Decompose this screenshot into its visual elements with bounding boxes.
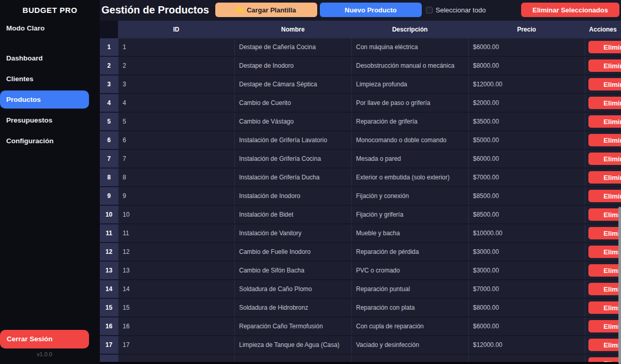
delete-row-button[interactable]: Eliminar [588, 190, 621, 202]
delete-row-button[interactable]: Eliminar [588, 115, 621, 128]
delete-row-button[interactable]: Eliminar [588, 339, 621, 351]
cell-nombre: Instalación de Grifería Cocina [234, 150, 351, 168]
sidebar-item-presupuestos[interactable]: Presupuestos [0, 111, 100, 129]
delete-row-button[interactable]: Eliminar [588, 153, 621, 165]
cell-id: 12 [118, 243, 234, 261]
products-table: ID Nombre Descripción Precio Acciones 1 … [100, 21, 621, 364]
cell-id: 5 [118, 113, 234, 130]
cell-precio: $12000.00 [468, 75, 585, 93]
app-logo: BUDGET PRO [0, 6, 100, 14]
sidebar: BUDGET PRO Modo Claro Dashboard Clientes… [0, 0, 100, 364]
row-number: 2 [100, 57, 118, 74]
cell-precio: $5000.00 [468, 131, 585, 149]
table-row: 10 10 Instalación de Bidet Fijación y gr… [100, 206, 621, 224]
cell-acciones: Eliminar [585, 150, 621, 168]
sidebar-nav: Dashboard Clientes Productos Presupuesto… [0, 49, 100, 153]
new-product-button[interactable]: Nuevo Producto [320, 3, 422, 17]
table-row: 3 3 Destape de Cámara Séptica Limpieza p… [100, 75, 621, 94]
delete-row-button[interactable]: Eliminar [588, 171, 621, 184]
column-header-descripcion: Descripción [351, 21, 468, 38]
cell-nombre: Instalación de Grifería Lavatorio [234, 131, 351, 149]
delete-row-button[interactable]: Eliminar [588, 227, 621, 239]
horizontal-scrollbar-track[interactable] [100, 362, 621, 364]
app-version: v1.0.0 [0, 351, 89, 357]
cell-precio: $8000.00 [468, 57, 585, 74]
cell-id: 14 [118, 280, 234, 298]
row-number: 10 [100, 206, 118, 223]
cell-acciones: Eliminar [585, 280, 621, 298]
cell-nombre: Destape de Inodoro [234, 57, 351, 74]
cell-precio: $3000.00 [468, 262, 585, 279]
row-number: 8 [100, 169, 118, 186]
sidebar-item-clientes[interactable]: Clientes [0, 70, 100, 88]
delete-row-button[interactable]: Eliminar [588, 97, 621, 109]
delete-row-button[interactable]: Eliminar [588, 208, 621, 221]
column-header-acciones: Acciones [585, 21, 621, 38]
sidebar-item-dashboard[interactable]: Dashboard [0, 49, 100, 67]
delete-row-button[interactable]: Eliminar [588, 78, 621, 90]
cell-id: 10 [118, 206, 234, 223]
row-number: 6 [100, 131, 118, 149]
row-number: 15 [100, 299, 118, 316]
load-template-button[interactable]: Cargar Plantilla [215, 3, 317, 17]
delete-row-button[interactable]: Eliminar [588, 41, 621, 53]
delete-row-button[interactable]: Eliminar [588, 134, 621, 146]
cell-precio: $2000.00 [468, 94, 585, 112]
delete-row-button[interactable]: Eliminar [588, 283, 621, 295]
page-title: Gestión de Productos [101, 4, 209, 16]
cell-nombre: Soldadura de Caño Plomo [234, 280, 351, 298]
delete-row-button[interactable]: Eliminar [588, 59, 621, 72]
table-row: 1 1 Destape de Cañería Cocina Con máquin… [100, 38, 621, 57]
cell-acciones: Eliminar [585, 336, 621, 354]
cell-descripcion: Limpieza profunda [351, 75, 468, 93]
sidebar-item-configuración[interactable]: Configuración [0, 132, 100, 150]
cell-nombre: Reparación Caño Termofusión [234, 317, 351, 335]
cell-id: 13 [118, 262, 234, 279]
delete-row-button[interactable]: Eliminar [588, 246, 621, 258]
cell-descripcion: Fijación y grifería [351, 206, 468, 223]
cell-acciones: Eliminar [585, 317, 621, 335]
vertical-scrollbar-thumb[interactable] [618, 207, 621, 364]
cell-id: 3 [118, 75, 234, 93]
main-content: Gestión de Productos Cargar Plantilla Nu… [100, 0, 621, 364]
delete-row-button[interactable]: Eliminar [588, 320, 621, 332]
cell-precio: $3000.00 [468, 243, 585, 261]
cell-nombre: Instalación de Bidet [234, 206, 351, 223]
cell-descripcion: Con máquina eléctrica [351, 38, 468, 56]
delete-selected-button[interactable]: Eliminar Seleccionados [521, 3, 619, 17]
delete-row-button[interactable]: Eliminar [588, 264, 621, 277]
table-row: 17 17 Limpieza de Tanque de Agua (Casa) … [100, 336, 621, 355]
theme-toggle-button[interactable]: Modo Claro [6, 24, 45, 32]
cell-precio: $7000.00 [468, 169, 585, 186]
cell-acciones: Eliminar [585, 113, 621, 130]
row-number: 14 [100, 280, 118, 298]
table-header-gutter [100, 21, 118, 38]
folder-icon [236, 8, 243, 12]
select-all-control[interactable]: Seleccionar todo [426, 6, 486, 14]
table-row: 4 4 Cambio de Cuerito Por llave de paso … [100, 94, 621, 113]
table-row: 12 12 Cambio de Fuelle Inodoro Reparació… [100, 243, 621, 262]
cell-nombre: Instalación de Inodoro [234, 187, 351, 205]
cell-id: 1 [118, 38, 234, 56]
row-number: 17 [100, 336, 118, 354]
cell-descripcion: Reparación con plata [351, 299, 468, 316]
cell-descripcion: Fijación y conexión [351, 187, 468, 205]
select-all-checkbox[interactable] [426, 7, 433, 13]
row-number: 7 [100, 150, 118, 168]
cell-acciones: Eliminar [585, 206, 621, 223]
app-window: BUDGET PRO Modo Claro Dashboard Clientes… [0, 0, 621, 364]
column-header-precio: Precio [468, 21, 585, 38]
delete-row-button[interactable]: Eliminar [588, 301, 621, 314]
cell-id: 15 [118, 299, 234, 316]
cell-descripcion: Monocomando o doble comando [351, 131, 468, 149]
cell-acciones: Eliminar [585, 75, 621, 93]
cell-acciones: Eliminar [585, 243, 621, 261]
sidebar-item-productos[interactable]: Productos [0, 90, 89, 109]
logout-button[interactable]: Cerrar Sesión [0, 330, 89, 348]
cell-descripcion: Vaciado y desinfección [351, 336, 468, 354]
row-number: 5 [100, 113, 118, 130]
table-row: 5 5 Cambio de Vástago Reparación de grif… [100, 113, 621, 131]
cell-nombre: Instalación de Grifería Ducha [234, 169, 351, 186]
cell-nombre: Instalación de Vanitory [234, 224, 351, 242]
page-header: Gestión de Productos Cargar Plantilla Nu… [100, 0, 621, 20]
